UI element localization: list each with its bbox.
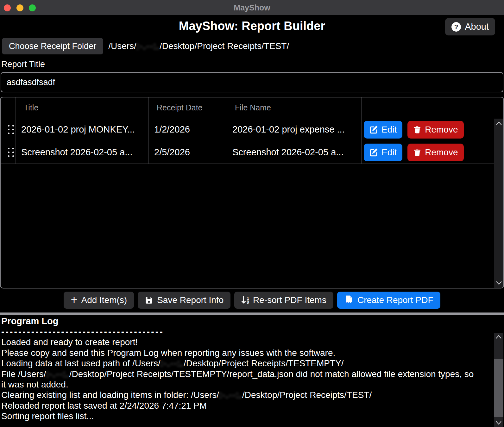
column-header-file-name: File Name <box>227 97 362 118</box>
edit-button[interactable]: Edit <box>364 144 402 161</box>
zoom-button[interactable] <box>29 4 36 11</box>
edit-label: Edit <box>381 147 397 158</box>
log-line: -------------------------------------- <box>1 326 480 337</box>
app-header: MayShow: Report Builder ? About <box>0 15 504 37</box>
save-report-info-button[interactable]: Save Report Info <box>138 292 230 309</box>
path-username-redacted: :·.··:. <box>136 41 160 51</box>
log-line: File /Users/:·.··:./Desktop/Project Rece… <box>1 369 480 390</box>
receipt-items-table: Title Receipt Date File Name 2026-01-02 … <box>0 97 504 288</box>
about-label: About <box>465 22 489 32</box>
program-log-text: -------------------------------------- L… <box>1 326 480 422</box>
pencil-square-icon <box>369 148 378 157</box>
cell-file-name: Screenshot 2026-02-05 a... <box>227 141 362 164</box>
table-scrollbar[interactable] <box>494 119 503 288</box>
cell-file-name: 2026-01-02 proj expense ... <box>227 118 362 141</box>
folder-row: Choose Receipt Folder /Users/:·.··:./Des… <box>2 38 502 54</box>
remove-button[interactable]: Remove <box>407 121 463 139</box>
drag-dots-icon <box>8 125 14 134</box>
action-toolbar: + Add Item(s) Save Report Info 19 Re-sor… <box>0 292 504 309</box>
resort-pdf-items-button[interactable]: 19 Re-sort PDF Items <box>234 292 333 309</box>
minimize-button[interactable] <box>16 4 23 11</box>
page-title: MayShow: Report Builder <box>179 19 325 33</box>
svg-text:PDF: PDF <box>346 302 353 305</box>
trash-icon <box>413 126 421 134</box>
log-line: Sorting report files list... <box>1 411 480 421</box>
log-line: Please copy and send this Program Log wh… <box>1 348 480 358</box>
column-header-actions <box>362 97 503 118</box>
log-scroll-up-button[interactable] <box>495 335 502 339</box>
chevron-up-icon <box>495 335 502 339</box>
cell-actions: Edit Remove <box>362 118 503 141</box>
edit-label: Edit <box>381 125 397 135</box>
program-log-heading: Program Log <box>1 316 504 326</box>
report-title-label: Report Title <box>1 59 45 69</box>
save-report-info-label: Save Report Info <box>157 295 224 305</box>
about-button[interactable]: ? About <box>445 18 495 35</box>
cell-receipt-date: 2/5/2026 <box>149 141 227 164</box>
floppy-save-icon <box>145 296 153 305</box>
cell-actions: Edit Remove <box>362 141 503 164</box>
scroll-up-button[interactable] <box>496 121 502 126</box>
add-items-label: Add Item(s) <box>81 295 127 305</box>
path-prefix: /Users/ <box>108 41 136 51</box>
row-drag-handle[interactable] <box>1 118 16 141</box>
table-header-row: Title Receipt Date File Name <box>1 97 503 118</box>
pane-splitter[interactable] <box>0 313 504 315</box>
create-report-pdf-label: Create Report PDF <box>357 295 433 305</box>
help-icon: ? <box>451 22 461 32</box>
resort-pdf-items-label: Re-sort PDF Items <box>253 295 326 305</box>
log-line: Reloaded report last saved at 2/24/2026 … <box>1 400 480 411</box>
scroll-down-button[interactable] <box>496 281 502 285</box>
create-report-pdf-button[interactable]: PDF Create Report PDF <box>337 292 440 309</box>
log-username-redacted: :·.··:. <box>219 390 242 400</box>
trash-icon <box>413 148 421 157</box>
column-header-receipt-date: Receipt Date <box>149 97 227 118</box>
receipt-folder-path: /Users/:·.··:./Desktop/Project Receipts/… <box>108 41 289 51</box>
report-title-input[interactable] <box>1 72 503 92</box>
add-items-button[interactable]: + Add Item(s) <box>64 292 134 309</box>
log-scrollbar[interactable] <box>494 333 503 427</box>
remove-label: Remove <box>425 147 458 158</box>
titlebar: MayShow <box>0 0 504 15</box>
app-window: MayShow MayShow: Report Builder ? About … <box>0 0 504 427</box>
chevron-down-icon <box>496 281 502 285</box>
close-button[interactable] <box>4 4 11 11</box>
log-username-redacted: :·.··:. <box>46 369 69 379</box>
pdf-file-icon: PDF <box>344 295 354 305</box>
log-scrollbar-thumb[interactable] <box>494 359 503 417</box>
edit-button[interactable]: Edit <box>364 121 402 139</box>
cell-receipt-date: 1/2/2026 <box>149 118 227 141</box>
remove-button[interactable]: Remove <box>407 144 463 161</box>
pencil-square-icon <box>369 125 378 134</box>
log-line: Clearing existing list and loading items… <box>1 390 480 400</box>
window-title: MayShow <box>0 0 504 15</box>
log-scroll-down-button[interactable] <box>495 421 502 425</box>
cell-title: 2026-01-02 proj MONKEY... <box>16 118 149 141</box>
log-line: Loading data at last used path of /Users… <box>1 358 480 368</box>
choose-receipt-folder-button[interactable]: Choose Receipt Folder <box>2 38 103 54</box>
remove-label: Remove <box>425 125 458 135</box>
sort-numeric-down-icon: 19 <box>241 296 249 305</box>
row-drag-handle[interactable] <box>1 141 16 164</box>
chevron-up-icon <box>496 121 502 126</box>
path-suffix: /Desktop/Project Receipts/TEST/ <box>160 41 289 51</box>
drag-dots-icon <box>8 148 14 157</box>
log-line: Loaded and ready to create report! <box>1 337 480 347</box>
program-log-panel: Program Log ----------------------------… <box>0 315 504 427</box>
cell-title: Screenshot 2026-02-05 a... <box>16 141 149 164</box>
table-row: 2026-01-02 proj MONKEY... 1/2/2026 2026-… <box>1 118 503 141</box>
table-row: Screenshot 2026-02-05 a... 2/5/2026 Scre… <box>1 141 503 164</box>
drag-handle-column-header <box>1 97 16 118</box>
chevron-down-icon <box>495 421 502 425</box>
log-username-redacted: :·.··:. <box>161 358 184 368</box>
column-header-title: Title <box>16 97 149 118</box>
